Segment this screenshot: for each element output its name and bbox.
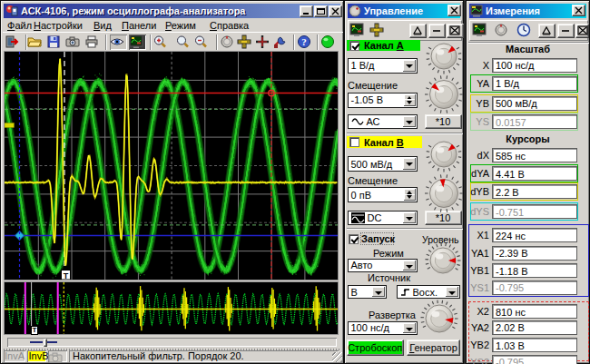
svg-text:T: T <box>64 271 69 280</box>
svg-text:?: ? <box>301 36 307 47</box>
